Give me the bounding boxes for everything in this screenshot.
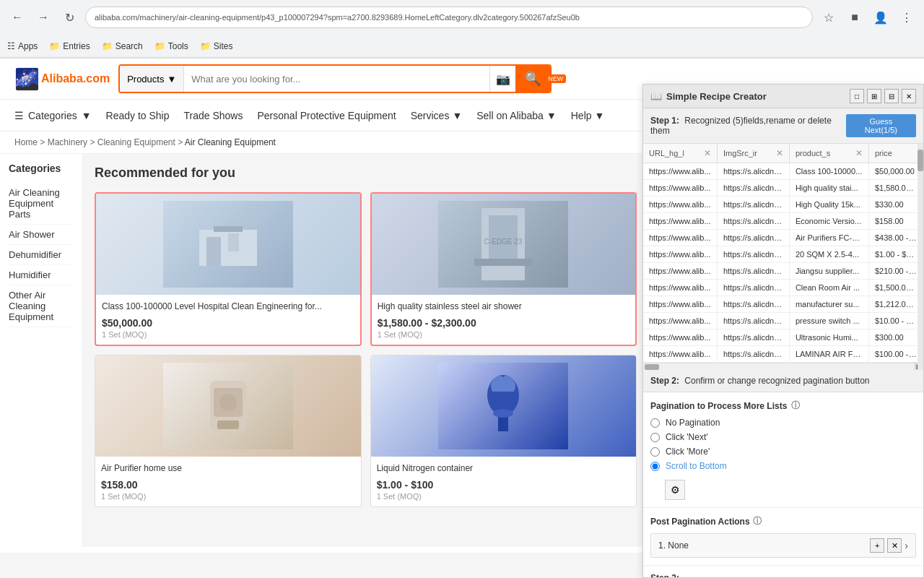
step2-label: Step 2: Confirm or change recognized pag… [650, 376, 870, 386]
post-pagination-info-icon: ⓘ [753, 515, 762, 527]
post-action-expand-button[interactable]: › [905, 540, 908, 551]
profile-button[interactable]: 👤 [871, 7, 891, 27]
col-close-url[interactable]: ✕ [704, 148, 711, 158]
pagination-no-pagination[interactable]: No Pagination [650, 418, 916, 428]
table-cell-product: 20 SQM X 2.5-4... [789, 246, 868, 263]
bookmark-tools[interactable]: 📁 Tools [154, 41, 188, 51]
breadcrumb-home[interactable]: Home [14, 137, 38, 147]
refresh-button[interactable]: ↻ [59, 7, 79, 27]
table-scrollbar[interactable] [918, 144, 923, 370]
product-card-1[interactable]: Class 100-100000 Level Hospital Clean En… [95, 192, 362, 346]
alibaba-logo[interactable]: 🌌 Alibaba.com [14, 67, 110, 91]
table-cell-price: $100.00 - $1 [868, 346, 923, 363]
recipe-grid-button[interactable]: ⊟ [884, 89, 899, 103]
product-price-2: $1,580.00 - $2,300.00 [378, 317, 630, 329]
product-info-2: High quality stainless steel air shower … [372, 295, 636, 345]
nav-services[interactable]: Services ▼ [411, 100, 463, 131]
recipe-close-button[interactable]: ✕ [902, 89, 916, 103]
pagination-scroll-bottom[interactable]: Scroll to Bottom [650, 461, 916, 471]
nav-help[interactable]: Help ▼ [571, 100, 605, 131]
pagination-settings-button[interactable]: ⚙ [665, 480, 685, 500]
product-card-5[interactable]: Liquid Nitrogen container $1.00 - $100 1… [370, 355, 637, 507]
hamburger-icon: ☰ [14, 110, 24, 121]
recipe-table-wrapper: URL_hg_l ✕ ImgSrc_ir ✕ p [643, 144, 923, 370]
table-cell-product: pressure switch ... [789, 313, 868, 329]
breadcrumb-cleaning-equipment[interactable]: Cleaning Equipment [97, 137, 175, 147]
step1-label: Step 1: Recognized (5)fields,rename or d… [650, 116, 846, 136]
table-row: https://www.alib... https://s.alicdn.c..… [643, 296, 923, 313]
recipe-creator-panel: 📖 Simple Recipe Creator □ ⊞ ⊟ ✕ Step 1: … [642, 84, 924, 578]
scroll-bottom-controls: ⚙ [665, 480, 916, 500]
recipe-icon: 📖 [650, 91, 662, 102]
logo-icon: 🌌 [14, 67, 40, 91]
col-close-img[interactable]: ✕ [776, 148, 783, 158]
table-row: https://www.alib... https://s.alicdn.c..… [643, 230, 923, 246]
back-button[interactable]: ← [7, 7, 27, 27]
step3-content: Step 3: Save Recipe or More Edit [643, 565, 923, 577]
product-name-4: Air Purifier home use [101, 462, 355, 475]
table-cell-url: https://www.alib... [643, 346, 717, 363]
table-horizontal-scrollbar[interactable]: ▧ [643, 363, 923, 370]
address-bar[interactable]: alibaba.com/machinery/air-cleaning-equip… [85, 7, 813, 28]
table-cell-price: $1,580.00 - $ [868, 180, 923, 197]
logo-text: Alibaba.com [41, 72, 110, 85]
table-cell-price: $1,500.00 - $ [868, 280, 923, 296]
click-next-radio[interactable] [650, 433, 660, 442]
sidebar-item-humidifier[interactable]: Humidifier [9, 265, 74, 285]
col-close-product[interactable]: ✕ [855, 148, 863, 158]
recipe-expand-button[interactable]: □ [850, 89, 864, 103]
click-more-radio[interactable] [650, 447, 660, 457]
table-row: https://www.alib... https://s.alicdn.c..… [643, 163, 923, 180]
breadcrumb-machinery[interactable]: Machinery [48, 137, 87, 147]
post-action-add-button[interactable]: + [870, 538, 884, 553]
categories-menu[interactable]: ☰ Categories ▼ [14, 110, 92, 121]
guess-next-button[interactable]: Guess Next(1/5) [846, 114, 916, 137]
sidebar-item-other[interactable]: Other Air Cleaning Equipment [9, 285, 74, 327]
sidebar-item-air-shower[interactable]: Air Shower [9, 225, 74, 245]
search-products-dropdown[interactable]: Products ▼ [120, 66, 184, 92]
nav-trade-shows[interactable]: Trade Shows [184, 100, 243, 131]
nav-sell-on-alibaba[interactable]: Sell on Alibaba ▼ [476, 100, 557, 131]
product-card-4[interactable]: Air Purifier home use $158.00 1 Set (MOQ… [95, 355, 362, 507]
nav-ready-to-ship[interactable]: Ready to Ship [106, 100, 170, 131]
no-pagination-radio[interactable] [650, 418, 660, 428]
svg-point-16 [219, 394, 237, 411]
svg-rect-6 [474, 259, 532, 266]
bookmark-sites[interactable]: 📁 Sites [200, 41, 233, 51]
bookmark-search[interactable]: 📁 Search [102, 41, 143, 51]
pagination-options: No Pagination Click 'Next' Click 'More' … [650, 418, 916, 500]
bookmark-button[interactable]: ☆ [819, 7, 839, 27]
step3-label: Step 3: [650, 573, 916, 577]
recipe-tile-button[interactable]: ⊞ [867, 89, 881, 103]
scroll-bottom-radio[interactable] [650, 462, 660, 471]
sidebar-item-dehumidifier[interactable]: Dehumidifier [9, 245, 74, 265]
recipe-header: 📖 Simple Recipe Creator □ ⊞ ⊟ ✕ [643, 85, 923, 108]
product-moq-1: 1 Set (MOQ) [102, 330, 354, 339]
camera-search-button[interactable]: 📷 [489, 66, 515, 92]
product-card-2[interactable]: C-EDGE 23 High quality stainless steel a… [370, 192, 637, 346]
pagination-click-more[interactable]: Click 'More' [650, 447, 916, 457]
forward-button[interactable]: → [33, 7, 53, 27]
pagination-click-next[interactable]: Click 'Next' [650, 432, 916, 442]
product-moq-4: 1 Set (MOQ) [101, 492, 355, 501]
svg-rect-2 [228, 233, 239, 251]
search-input[interactable] [184, 66, 489, 92]
bookmark-entries[interactable]: 📁 Entries [49, 41, 90, 51]
table-cell-url: https://www.alib... [643, 213, 717, 230]
table-cell-price: $210.00 - $2 [868, 263, 923, 280]
table-cell-price: $1.00 - $100 [868, 246, 923, 263]
table-cell-img: https://s.alicdn.c... [717, 246, 789, 263]
nav-ppe[interactable]: Personal Protective Equipment [257, 100, 396, 131]
product-price-5: $1.00 - $100 [377, 479, 631, 491]
table-cell-url: https://www.alib... [643, 296, 717, 313]
menu-button[interactable]: ⋮ [897, 7, 917, 27]
bookmark-apps[interactable]: ☷ Apps [7, 41, 38, 51]
table-row: https://www.alib... https://s.alicdn.c..… [643, 180, 923, 197]
product-info-5: Liquid Nitrogen container $1.00 - $100 1… [371, 457, 637, 506]
chevron-down-icon: ▼ [546, 110, 557, 121]
extensions-button[interactable]: ■ [845, 7, 865, 27]
step2-header: Step 2: Confirm or change recognized pag… [643, 370, 923, 392]
sidebar-item-air-cleaning-parts[interactable]: Air Cleaning Equipment Parts [9, 183, 74, 225]
post-action-delete-button[interactable]: ✕ [887, 538, 902, 553]
svg-rect-3 [214, 226, 243, 232]
